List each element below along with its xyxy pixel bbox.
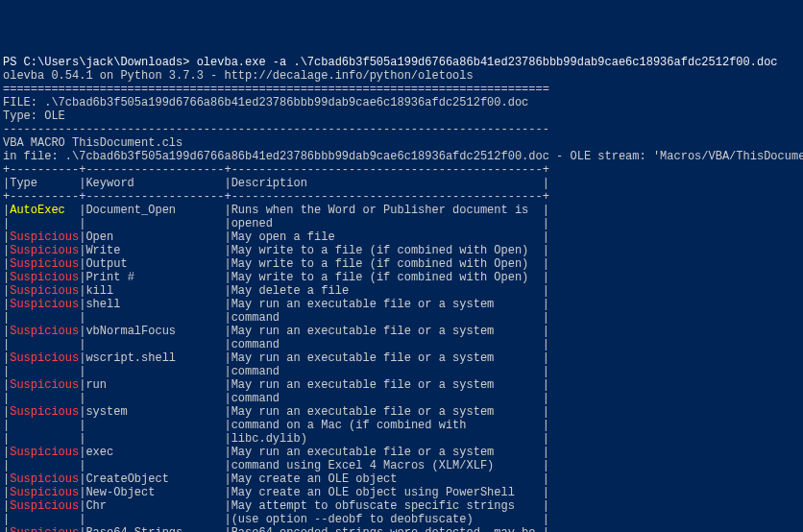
terminal-output: PS C:\Users\jack\Downloads> olevba.exe -… <box>3 56 803 532</box>
